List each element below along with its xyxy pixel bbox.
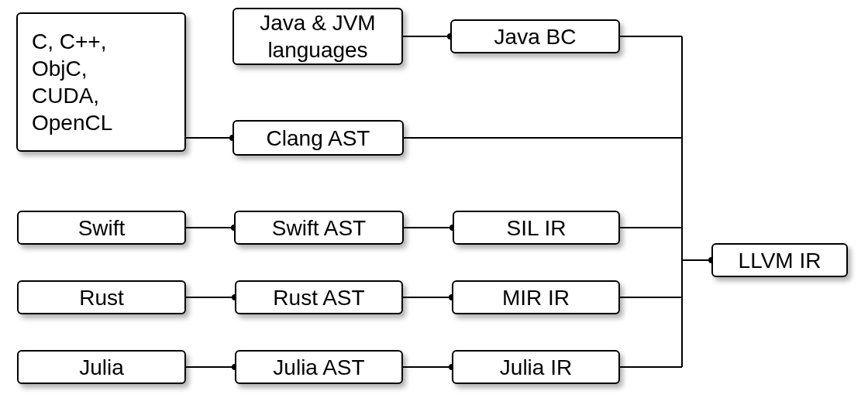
label: Java BC	[494, 23, 577, 50]
node-sil-ir: SIL IR	[453, 211, 620, 245]
label: Swift	[78, 214, 126, 242]
label: Swift AST	[272, 214, 366, 242]
diagram-canvas: C, C++, ObjC, CUDA, OpenCL Java & JVM la…	[0, 0, 868, 398]
label: MIR IR	[502, 284, 570, 311]
node-jvm-langs: Java & JVM languages	[232, 8, 403, 65]
label: Julia	[79, 354, 124, 381]
label: C, C++, ObjC, CUDA, OpenCL	[32, 28, 112, 136]
node-rust: Rust	[17, 280, 186, 314]
node-swift-ast: Swift AST	[234, 211, 404, 245]
node-llvm-ir: LLVM IR	[711, 243, 848, 277]
node-rust-ast: Rust AST	[235, 280, 403, 314]
label: LLVM IR	[739, 247, 822, 274]
node-julia-ir: Julia IR	[452, 350, 620, 384]
node-mir-ir: MIR IR	[452, 280, 620, 314]
label: Julia IR	[500, 354, 572, 381]
label: Java & JVM languages	[260, 9, 375, 63]
label: Rust AST	[273, 284, 364, 311]
node-java-bc: Java BC	[450, 19, 620, 53]
node-julia: Julia	[17, 350, 186, 384]
node-julia-ast: Julia AST	[235, 350, 403, 384]
label: SIL IR	[507, 214, 567, 242]
label: Clang AST	[267, 125, 370, 152]
node-c-family: C, C++, ObjC, CUDA, OpenCL	[16, 12, 186, 152]
label: Rust	[79, 284, 124, 311]
label: Julia AST	[273, 354, 364, 381]
node-clang-ast: Clang AST	[232, 120, 404, 156]
node-swift: Swift	[17, 211, 186, 245]
